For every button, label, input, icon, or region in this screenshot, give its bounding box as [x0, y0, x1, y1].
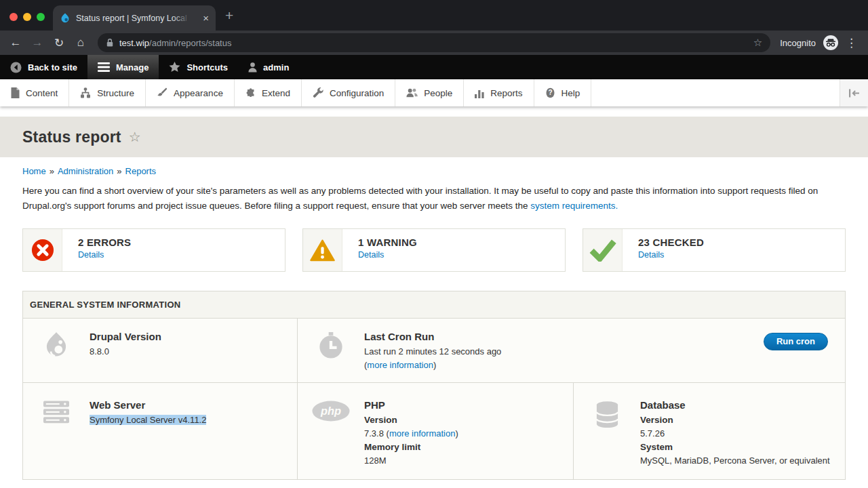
intro-text: Here you can find a short overview of yo…	[22, 186, 818, 211]
run-cron-button[interactable]: Run cron	[764, 333, 828, 350]
close-window-button[interactable]	[9, 13, 18, 21]
minimize-window-button[interactable]	[23, 13, 31, 21]
user-icon	[248, 62, 257, 73]
web-server-title: Web Server	[90, 399, 206, 411]
back-icon[interactable]: ←	[7, 36, 24, 49]
errors-count: 2 ERRORS	[78, 237, 131, 248]
warnings-count: 1 WARNING	[358, 237, 417, 248]
drupal-version-cell: Drupal Version 8.8.0	[23, 319, 298, 382]
clock-icon	[318, 332, 344, 359]
database-icon	[596, 401, 618, 428]
checked-card: 23 CHECKED Details	[583, 228, 846, 272]
shortcuts-tab[interactable]: Shortcuts	[159, 55, 238, 79]
menu-item-configuration[interactable]: Configuration	[302, 79, 395, 106]
last-cron-title: Last Cron Run	[364, 331, 501, 342]
drupal-favicon-icon	[60, 13, 71, 24]
back-to-site-button[interactable]: Back to site	[0, 55, 87, 79]
menu-item-content[interactable]: Content	[0, 79, 69, 106]
last-cron-cell: Last Cron Run Last run 2 minutes 12 seco…	[298, 319, 845, 382]
php-more-information-link[interactable]: more information	[389, 428, 456, 439]
php-title: PHP	[364, 399, 458, 411]
last-cron-link-line: (more information)	[364, 359, 501, 372]
svg-text:?: ?	[548, 89, 552, 96]
tab-title-fade	[172, 14, 190, 23]
window-controls[interactable]	[9, 13, 45, 21]
breadcrumb-reports[interactable]: Reports	[125, 166, 157, 176]
menu-item-appearance[interactable]: Appearance	[146, 79, 235, 106]
lock-icon	[106, 38, 114, 47]
maximize-window-button[interactable]	[37, 13, 45, 21]
hamburger-icon	[98, 62, 110, 72]
database-title: Database	[640, 399, 830, 411]
warnings-details-link[interactable]: Details	[358, 250, 417, 260]
database-cell: Database Version 5.7.26 System MySQL, Ma…	[574, 383, 845, 479]
browser-navbar: ← → ↻ ⌂ test.wip/admin/reports/status ☆ …	[0, 30, 868, 55]
people-icon	[406, 87, 418, 98]
user-menu[interactable]: admin	[238, 55, 299, 79]
menu-item-label: Structure	[97, 88, 134, 98]
php-version-line: 7.3.8 (more information)	[364, 427, 458, 441]
manage-tab[interactable]: Manage	[87, 55, 159, 79]
breadcrumb-administration[interactable]: Administration	[58, 166, 113, 176]
menu-item-help[interactable]: ? Help	[534, 79, 592, 106]
menu-item-label: Configuration	[330, 88, 384, 98]
panel-heading: GENERAL SYSTEM INFORMATION	[23, 291, 845, 319]
breadcrumb-separator: »	[113, 166, 125, 176]
url-text: test.wip/admin/reports/status	[119, 38, 231, 48]
address-bar[interactable]: test.wip/admin/reports/status ☆	[98, 33, 770, 52]
forward-icon[interactable]: →	[28, 36, 46, 49]
last-cron-value: Last run 2 minutes 12 seconds ago	[364, 345, 501, 359]
menu-item-label: Extend	[262, 88, 290, 98]
puzzle-icon	[245, 88, 256, 98]
reload-icon[interactable]: ↻	[50, 36, 68, 50]
error-icon	[31, 239, 54, 262]
paintbrush-icon	[157, 87, 167, 98]
checked-details-link[interactable]: Details	[638, 250, 704, 260]
shortcuts-label: Shortcuts	[186, 62, 228, 73]
favorite-star-icon[interactable]: ☆	[129, 129, 141, 145]
close-tab-icon[interactable]: ×	[203, 13, 209, 23]
toolbar-collapse-button[interactable]	[840, 79, 868, 106]
drupal-admin-menubar: Content Structure Appearance Extend Conf…	[0, 79, 868, 106]
menu-item-structure[interactable]: Structure	[69, 79, 146, 106]
panel-row-1: Drupal Version 8.8.0 Last Cron Run Last …	[23, 319, 845, 383]
back-circle-icon	[10, 62, 22, 73]
menu-item-extend[interactable]: Extend	[235, 79, 302, 106]
bookmark-star-icon[interactable]: ☆	[753, 37, 762, 49]
browser-tab-bar: Status report | Symfony Local Se × +	[0, 0, 868, 30]
wrench-icon	[313, 87, 323, 98]
database-version-label: Version	[640, 413, 830, 427]
browser-tab[interactable]: Status report | Symfony Local Se ×	[53, 5, 216, 30]
username-label: admin	[263, 62, 289, 73]
drupal-version-title: Drupal Version	[90, 331, 161, 342]
php-version-label: Version	[364, 413, 458, 427]
page-header: Status report ☆	[0, 117, 868, 157]
database-version-value: 5.7.26	[640, 427, 830, 441]
manage-label: Manage	[116, 62, 149, 73]
cron-more-information-link[interactable]: more information	[367, 360, 433, 370]
checked-icon-box	[583, 229, 623, 271]
home-icon[interactable]: ⌂	[72, 36, 90, 49]
warnings-icon-box	[303, 229, 342, 271]
svg-text:php: php	[320, 405, 341, 417]
new-tab-button[interactable]: +	[225, 7, 233, 24]
menu-item-reports[interactable]: Reports	[464, 79, 534, 106]
sitemap-icon	[80, 87, 91, 98]
errors-card: 2 ERRORS Details	[22, 228, 285, 272]
warning-icon	[310, 239, 335, 262]
breadcrumb-home[interactable]: Home	[22, 166, 46, 176]
browser-menu-icon[interactable]: ⋮	[846, 36, 857, 50]
database-system-label: System	[640, 441, 830, 454]
menu-item-people[interactable]: People	[395, 79, 464, 106]
menu-item-label: Content	[26, 88, 58, 98]
errors-details-link[interactable]: Details	[78, 250, 131, 260]
warnings-card: 1 WARNING Details	[302, 228, 566, 272]
checked-count: 23 CHECKED	[638, 237, 704, 248]
php-icon: php	[312, 401, 350, 422]
database-system-value: MySQL, MariaDB, Percona Server, or equiv…	[640, 454, 830, 468]
barchart-icon	[475, 88, 484, 98]
system-requirements-link[interactable]: system requirements.	[530, 201, 618, 211]
collapse-arrow-icon	[848, 89, 860, 98]
checkmark-icon	[589, 239, 616, 262]
breadcrumb-separator: »	[46, 166, 58, 176]
